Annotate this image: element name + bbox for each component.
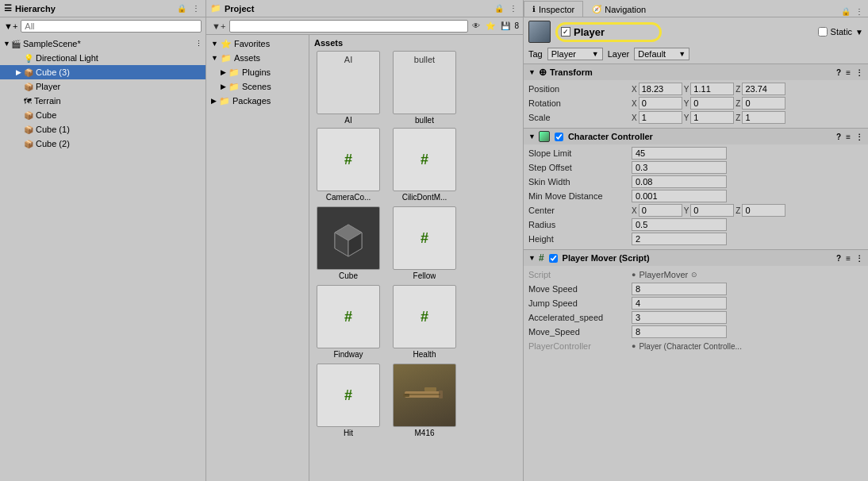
rotation-z-input[interactable]: [742, 97, 785, 110]
position-z-input[interactable]: [742, 83, 785, 95]
project-lock-icon[interactable]: 🔒: [493, 3, 505, 13]
tab-navigation[interactable]: 🧭 Navigation: [583, 1, 655, 17]
asset-item-cube-mesh[interactable]: Cube: [313, 206, 384, 280]
sidebar-item-scenes[interactable]: ▶ 📁 Scenes: [206, 79, 309, 94]
height-label: Height: [528, 234, 632, 244]
settings-icon[interactable]: ≡: [846, 133, 851, 141]
settings-icon[interactable]: ≡: [846, 254, 851, 263]
center-z-input[interactable]: [742, 204, 785, 217]
terrain-icon: 🗺: [24, 97, 32, 106]
step-offset-input[interactable]: [632, 161, 727, 174]
jump-speed-row: Jump Speed: [524, 296, 868, 310]
asset-item-hit[interactable]: # Hit: [313, 364, 384, 437]
inspector-lock-btn[interactable]: 🔒: [839, 6, 852, 17]
center-row: Center X Y Z: [524, 203, 868, 217]
script-dot-icon: ●: [632, 271, 636, 279]
help-icon[interactable]: ?: [836, 133, 841, 141]
sidebar-item-packages[interactable]: ▶ 📁 Packages: [206, 94, 309, 108]
player-icon: 📦: [24, 83, 33, 91]
asset-item-ai[interactable]: AI AI: [313, 51, 384, 125]
tree-item-directional-light[interactable]: 💡 Directional Light: [0, 51, 205, 65]
asset-item-cilicdontm[interactable]: # CilicDontM...: [389, 128, 460, 202]
cube-icon4: 📦: [24, 140, 33, 148]
position-y-input[interactable]: [690, 83, 734, 95]
height-input[interactable]: [632, 233, 727, 245]
tab-navigation-label: Navigation: [605, 5, 646, 14]
slope-limit-input[interactable]: [632, 147, 727, 160]
hierarchy-search-bar: ▼+: [0, 17, 205, 35]
project-search-input[interactable]: [229, 20, 468, 33]
asset-item-bullet[interactable]: bullet bullet: [389, 51, 460, 125]
height-row: Height: [524, 232, 868, 246]
tree-item-cube[interactable]: 📦 Cube: [0, 108, 205, 122]
radius-input[interactable]: [632, 218, 727, 231]
sidebar-item-plugins[interactable]: ▶ 📁 Plugins: [206, 65, 309, 79]
move-speed-input[interactable]: [632, 283, 727, 295]
layer-dropdown[interactable]: Default ▼: [634, 48, 689, 60]
sidebar-item-assets[interactable]: ▼ 📁 Assets: [206, 51, 309, 65]
tree-item-cube3[interactable]: ▶ 📦 Cube (3): [0, 65, 205, 79]
player-enabled-checkbox[interactable]: ✓: [561, 27, 570, 37]
asset-item-health[interactable]: # Health: [389, 285, 460, 359]
tree-item-cube2[interactable]: 📦 Cube (2): [0, 137, 205, 151]
hierarchy-lock-icon[interactable]: 🔒: [175, 3, 188, 13]
move-speed2-row: Move_Speed: [524, 325, 868, 339]
tab-inspector[interactable]: ℹ Inspector: [524, 1, 583, 17]
arrow-icon: ▶: [221, 68, 226, 76]
player-name-input[interactable]: [574, 26, 653, 38]
y-label: Y: [684, 85, 689, 94]
project-star-icon[interactable]: ⭐: [484, 21, 497, 31]
scale-y-input[interactable]: [690, 111, 734, 124]
rotation-row: Rotation X Y Z: [524, 96, 868, 110]
more-icon[interactable]: ⋮: [855, 133, 863, 141]
center-y-input[interactable]: [690, 204, 734, 217]
asset-item-findway[interactable]: # Findway: [313, 285, 384, 359]
help-icon[interactable]: ?: [836, 254, 841, 263]
arrow-icon: ▼: [211, 54, 218, 62]
tree-item-terrain[interactable]: 🗺 Terrain: [0, 94, 205, 108]
more-icon[interactable]: ⋮: [855, 68, 863, 77]
tag-dropdown[interactable]: Player ▼: [547, 48, 603, 60]
rotation-y-input[interactable]: [690, 97, 734, 110]
jump-speed-input[interactable]: [632, 297, 727, 310]
hierarchy-search-input[interactable]: [21, 20, 202, 33]
transform-header[interactable]: ▼ ⊕ Transform ? ≡ ⋮: [524, 64, 868, 80]
settings-icon[interactable]: ≡: [846, 68, 851, 77]
tree-item-samplescene[interactable]: ▼ 🎬 SampleScene* ⋮: [0, 37, 205, 51]
project-more-icon[interactable]: ⋮: [508, 3, 519, 13]
position-x-input[interactable]: [639, 83, 682, 95]
rotation-x-input[interactable]: [639, 97, 682, 110]
project-eye-icon[interactable]: 👁: [470, 21, 482, 31]
scene-options-icon[interactable]: ⋮: [195, 40, 202, 48]
static-checkbox[interactable]: [818, 27, 828, 37]
help-icon[interactable]: ?: [836, 68, 841, 77]
character-controller-header[interactable]: ▼ Character Controller ? ≡ ⋮: [524, 129, 868, 144]
min-move-distance-input[interactable]: [632, 190, 727, 202]
player-mover-header[interactable]: ▼ # Player Mover (Script) ? ≡ ⋮: [524, 250, 868, 266]
sidebar-item-favorites[interactable]: ▼ ⭐ Favorites: [206, 37, 309, 51]
project-add-icon[interactable]: ▼+: [210, 21, 227, 32]
tree-item-cube1[interactable]: 📦 Cube (1): [0, 122, 205, 137]
skin-width-input[interactable]: [632, 175, 727, 188]
pm-enabled-checkbox[interactable]: [549, 254, 558, 263]
tree-item-player[interactable]: 📦 Player: [0, 79, 205, 94]
project-save-icon[interactable]: 💾: [499, 21, 512, 31]
jump-speed-label: Jump Speed: [528, 298, 632, 308]
m416-svg: [401, 379, 448, 411]
script-target-icon[interactable]: ⊙: [691, 271, 697, 279]
accelerated-speed-input[interactable]: [632, 311, 727, 324]
asset-item-cameraco[interactable]: # CameraCo...: [313, 128, 384, 202]
scale-z-input[interactable]: [742, 111, 785, 124]
asset-item-fellow[interactable]: # Fellow: [389, 206, 460, 280]
player-mover-component: ▼ # Player Mover (Script) ? ≡ ⋮ Script ●: [524, 249, 868, 355]
static-dropdown-icon[interactable]: ▼: [855, 28, 863, 37]
move-speed2-input[interactable]: [632, 325, 727, 338]
asset-item-m416[interactable]: M416: [389, 364, 460, 437]
center-x-input[interactable]: [639, 204, 682, 217]
add-icon[interactable]: ▼+: [4, 21, 17, 31]
cc-enabled-checkbox[interactable]: [555, 133, 563, 141]
more-icon[interactable]: ⋮: [855, 254, 863, 263]
inspector-more-btn[interactable]: ⋮: [854, 6, 865, 17]
hierarchy-more-icon[interactable]: ⋮: [190, 3, 202, 13]
scale-x-input[interactable]: [639, 111, 682, 124]
